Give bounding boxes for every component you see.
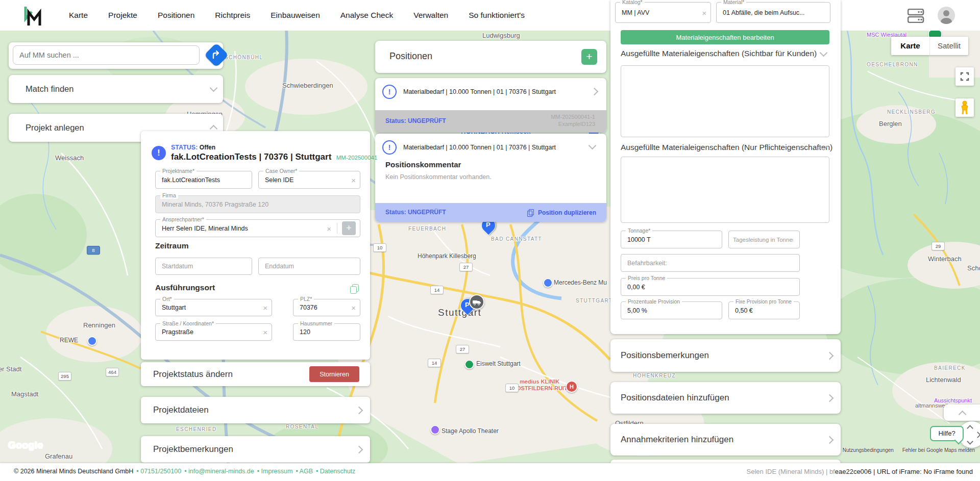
tagesleistung-field[interactable]: Tagesleistung in Tonnen	[728, 231, 800, 248]
report-error-link[interactable]: Fehler bei Google Maps melden	[902, 447, 975, 453]
positionsbemerkungen-card[interactable]: Positionsbemerkungen	[610, 339, 841, 372]
ort-label: Ort*	[160, 296, 174, 302]
case-owner-field[interactable]: Case Owner* Selen IDE ×	[258, 171, 360, 189]
stornieren-button[interactable]: Stornieren	[309, 366, 359, 382]
list-toggle-icon[interactable]	[908, 9, 925, 25]
positionsdateien-title: Positionsdateien hinzufügen	[621, 393, 729, 403]
startdatum-field[interactable]: Startdatum	[155, 258, 252, 275]
prozentuale-provision-field[interactable]: Prozentuale Provision 5,00 %	[621, 301, 722, 319]
hilfe-bubble[interactable]: Hilfe?	[930, 426, 964, 441]
position-summary[interactable]: Materialbedarf | 10.000 Tonnen | 01 | 70…	[403, 144, 556, 151]
truck-marker[interactable]	[469, 294, 484, 310]
material-field[interactable]: Material* 01 Abfälle, die beim Aufsuc...	[716, 2, 830, 23]
tonnage-field[interactable]: Tonnage* 10000 T	[621, 231, 722, 248]
map-type-satellit-button[interactable]: Satellit	[930, 37, 968, 55]
map-marker[interactable]	[464, 360, 474, 369]
nav-item[interactable]: Richtpreis	[215, 11, 250, 20]
enddatum-placeholder: Enddatum	[265, 263, 294, 270]
hausnummer-field[interactable]: Hausnummer 120	[293, 323, 360, 341]
user-avatar[interactable]	[938, 7, 955, 24]
truck-icon	[470, 295, 483, 309]
clear-icon[interactable]: ×	[702, 9, 706, 16]
terms-link[interactable]: Nutzungsbedingungen	[843, 447, 894, 453]
footer-bar: © 2026 Mineral Minds Deutschland GmbH • …	[0, 463, 980, 481]
section2-box[interactable]	[621, 157, 829, 223]
pegman-button[interactable]	[955, 98, 974, 117]
match-finden-card[interactable]: Match finden	[9, 75, 223, 103]
annahmekriterien-card[interactable]: Annahmekriterien hinzufügen	[610, 424, 841, 455]
google-logo[interactable]: Google	[8, 440, 43, 451]
nav-item[interactable]: So funktioniert's	[469, 11, 525, 20]
firma-label: Firma	[160, 192, 178, 199]
enddatum-field[interactable]: Enddatum	[258, 258, 360, 275]
positionsdateien-card[interactable]: Positionsdateien hinzufügen	[610, 382, 841, 414]
chevron-down-icon[interactable]	[589, 142, 597, 150]
footer-link[interactable]: • 07151/250100	[136, 468, 181, 475]
search-submit-button[interactable]	[204, 43, 229, 67]
nav-item[interactable]: Einbauweisen	[271, 11, 320, 20]
collapse-widget[interactable]	[944, 404, 980, 421]
clear-icon[interactable]: ×	[263, 328, 267, 336]
position-status-bar: Status: UNGEPRÜFT Position duplizieren	[375, 203, 606, 222]
chevron-up-icon	[959, 411, 967, 419]
preis-field[interactable]: Preis pro Tonne 0,00 €	[621, 278, 800, 296]
prozentuale-provision-value: 5,00 %	[627, 307, 647, 314]
nav-item[interactable]: Analyse Check	[340, 11, 393, 20]
fixe-provision-label: Fixe Provision pro Tonne	[733, 298, 794, 305]
position-alert-icon: !	[382, 140, 397, 155]
map-type-karte-button[interactable]: Karte	[891, 37, 929, 55]
ansprechpartner-field[interactable]: Ansprechpartner* Herr Selen IDE, Mineral…	[155, 219, 360, 237]
material-label: Material*	[721, 0, 746, 6]
nav-item[interactable]: Verwalten	[413, 11, 448, 20]
nav-item[interactable]: Positionen	[158, 11, 194, 20]
position-summary: Materialbedarf | 10.000 Tonnen | 01 | 70…	[403, 88, 556, 95]
clear-icon[interactable]: ×	[327, 224, 331, 232]
person-icon	[938, 7, 955, 24]
clear-icon[interactable]: ×	[351, 176, 356, 184]
map-marker[interactable]	[543, 278, 553, 288]
footer-link[interactable]: • Datenschutz	[316, 468, 355, 475]
fullscreen-button[interactable]	[955, 67, 974, 86]
plz-field[interactable]: PLZ* 70376 ×	[293, 299, 360, 316]
position-duplicate-button[interactable]: Position duplizieren	[538, 209, 596, 216]
ort-field[interactable]: Ort* Stuttgart ×	[155, 299, 272, 316]
startdatum-placeholder: Startdatum	[162, 263, 193, 270]
nav-item[interactable]: Karte	[69, 11, 88, 20]
position-card-1[interactable]: ! Materialbedarf | 10.000 Tonnen | 01 | …	[375, 78, 606, 133]
footer-link[interactable]: • AGB	[296, 468, 313, 475]
projektdateien-card[interactable]: Projektdateien	[141, 397, 370, 423]
add-contact-button[interactable]: +	[342, 221, 356, 235]
footer-link[interactable]: • Impressum	[257, 468, 293, 475]
befahrbarkeit-field[interactable]: Befahrbarkeit:	[621, 254, 800, 272]
position-external-id: ExampleID123	[558, 121, 595, 127]
map-marker[interactable]	[87, 336, 97, 346]
position-alert-icon: !	[382, 85, 397, 99]
search-card	[9, 42, 223, 69]
nav-item[interactable]: Projekte	[108, 11, 137, 20]
chevron-down-icon[interactable]	[820, 49, 828, 57]
app-logo[interactable]	[23, 5, 42, 29]
footer-link[interactable]: • info@mineral-minds.de	[184, 468, 254, 475]
clear-icon[interactable]: ×	[351, 304, 356, 312]
projektbemerkungen-card[interactable]: Projektbemerkungen	[141, 436, 370, 463]
projektbemerkungen-title: Projektbemerkungen	[153, 444, 233, 454]
projektname-field[interactable]: Projektname* fak.LotCreationTests	[155, 171, 252, 189]
chevron-right-icon	[591, 88, 599, 96]
map-marker[interactable]: H	[566, 381, 578, 393]
strasse-field[interactable]: Straße / Koordinaten* Pragstraße ×	[155, 323, 272, 341]
katalog-field[interactable]: Katalog* MM | AVV ×	[615, 2, 711, 23]
fixe-provision-field[interactable]: Fixe Provision pro Tonne 0,50 €	[728, 301, 800, 319]
projektstatus-card: Projektstatus ändern Stornieren	[141, 362, 370, 386]
add-position-button[interactable]: +	[581, 49, 597, 65]
positionsbemerkungen-title: Positionsbemerkungen	[621, 350, 709, 361]
katalog-value: MM | AVV	[622, 9, 649, 16]
section1-box[interactable]	[621, 65, 829, 137]
search-input[interactable]	[13, 45, 200, 65]
ansprechpartner-value: Herr Selen IDE, Mineral Minds	[162, 225, 248, 232]
map-marker[interactable]	[430, 425, 440, 435]
position-status-bar: Status: UNGEPRÜFT MM-202500041-1 Example…	[375, 110, 606, 133]
position-detail-panel: Katalog* MM | AVV × Material* 01 Abfälle…	[610, 0, 841, 334]
materialeigenschaften-button[interactable]: Materialeigenschaften bearbeiten	[621, 30, 829, 44]
ausfuehrungsort-heading: Ausführungsort	[155, 283, 215, 292]
clear-icon[interactable]: ×	[263, 304, 267, 312]
